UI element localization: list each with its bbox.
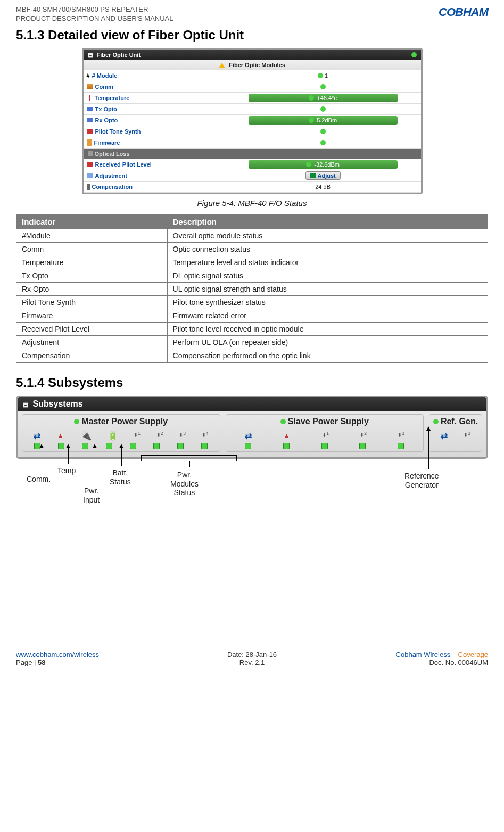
fo-row-compensation: Compensation 24 dB bbox=[84, 182, 421, 193]
pill-temperature: +46.4°c bbox=[249, 94, 398, 102]
fo-row-comm: Comm bbox=[84, 81, 421, 93]
collapse-toggle-icon[interactable]: – bbox=[23, 402, 28, 408]
cell-description: Overall optic module status bbox=[167, 229, 488, 242]
pill-rx: 5.2dBm bbox=[249, 116, 398, 125]
cell-description: UL optic signal strength and status bbox=[167, 282, 488, 295]
module-icon: ⬇2 bbox=[360, 431, 367, 441]
module-icon: ⬇2 bbox=[156, 431, 163, 441]
collapse-toggle-icon[interactable]: – bbox=[88, 53, 93, 58]
table-row: TemperatureTemperature level and status … bbox=[16, 256, 488, 269]
status-dot-icon bbox=[318, 73, 323, 78]
cell-indicator: Rx Opto bbox=[16, 282, 168, 295]
thermometer-icon: 🌡 bbox=[56, 431, 65, 441]
compensation-icon bbox=[87, 184, 90, 190]
annotation-comm: Comm. bbox=[27, 475, 51, 484]
cell-description: Perform UL OLA (on repeater side) bbox=[167, 335, 488, 349]
cell-description: Firmware related error bbox=[167, 309, 488, 322]
thermometer-icon bbox=[89, 95, 90, 101]
fo-row-rx-opto: Rx Opto 5.2dBm bbox=[84, 115, 421, 126]
cell-indicator: Received Pilot Level bbox=[16, 322, 168, 335]
header-left: MBF-40 SMR700/SMR800 PS REPEATER PRODUCT… bbox=[16, 5, 173, 23]
footer-url[interactable]: www.cobham.com/wireless bbox=[16, 650, 99, 658]
status-led-icon bbox=[398, 443, 404, 449]
cell-indicator: Pilot Tone Synth bbox=[16, 295, 168, 309]
status-led-icon bbox=[201, 443, 208, 449]
slave-power-supply-col: Slave Power Supply ⇄ 🌡 ⬇1 ⬇2 ⬇3 bbox=[226, 414, 424, 452]
cell-indicator: #Module bbox=[16, 229, 168, 242]
annotation-ref-gen: ReferenceGenerator bbox=[404, 472, 439, 490]
status-led-icon bbox=[321, 443, 328, 449]
table-row: #ModuleOverall optic module status bbox=[16, 229, 488, 242]
annotation-pwr-modules: Pwr.ModulesStatus bbox=[170, 471, 199, 497]
comm-icon: ⇄ bbox=[441, 431, 448, 441]
module-icon: ⬇3 bbox=[179, 431, 186, 441]
fo-modules-header-text: Fiber Optic Modules bbox=[229, 62, 285, 68]
cell-description: Temperature level and status indicator bbox=[167, 256, 488, 269]
footer-date: Date: 28-Jan-16 bbox=[174, 650, 330, 658]
footer-coverage: – Coverage bbox=[450, 650, 488, 658]
th-description: Description bbox=[167, 214, 488, 229]
cell-description: Pilot tone level received in optic modul… bbox=[167, 322, 488, 335]
comm-icon: ⇄ bbox=[34, 431, 40, 441]
section-514-title: 5.1.4 Subsystems bbox=[16, 375, 488, 390]
table-row: Pilot Tone SynthPilot tone synthesizer s… bbox=[16, 295, 488, 309]
table-row: CommOptic connection status bbox=[16, 242, 488, 256]
optical-loss-icon bbox=[88, 151, 93, 156]
status-dot-icon bbox=[433, 419, 439, 424]
cell-indicator: Comm bbox=[16, 242, 168, 256]
annotation-temp: Temp bbox=[57, 466, 76, 475]
table-row: AdjustmentPerform UL OLA (on repeater si… bbox=[16, 335, 488, 349]
cell-indicator: Adjustment bbox=[16, 335, 168, 349]
fo-row-firmware: Firmware bbox=[84, 137, 421, 149]
status-led-icon bbox=[359, 443, 366, 449]
header-line2: PRODUCT DESCRIPTION AND USER'S MANUAL bbox=[16, 14, 173, 23]
footer-doc: Doc. No. 00046UM bbox=[332, 658, 488, 666]
arrow-icon bbox=[95, 447, 95, 484]
fo-panel-title: Fiber Optic Unit bbox=[97, 52, 141, 58]
brace-icon bbox=[141, 455, 237, 460]
page-footer: www.cobham.com/wireless Page | 58 Date: … bbox=[16, 650, 488, 666]
brand-logo: COBHAM bbox=[439, 5, 488, 19]
adjust-square-icon bbox=[310, 173, 316, 178]
footer-company: Cobham Wireless bbox=[396, 650, 451, 658]
table-row: Tx OptoDL optic signal status bbox=[16, 269, 488, 282]
arrow-icon bbox=[42, 447, 42, 473]
ref-gen-col: Ref. Gen. ⇄ ⬇3 bbox=[429, 414, 482, 452]
firmware-icon bbox=[87, 139, 92, 146]
cell-indicator: Temperature bbox=[16, 256, 168, 269]
status-dot-icon bbox=[411, 52, 417, 57]
section-513-title: 5.1.3 Detailed view of Fiber Optic Unit bbox=[16, 28, 488, 43]
arrow-icon bbox=[428, 430, 429, 469]
status-dot-icon bbox=[280, 419, 286, 424]
fo-modules-header: Fiber Optic Modules bbox=[84, 60, 421, 70]
hash-icon bbox=[87, 72, 90, 79]
status-dot-icon bbox=[320, 84, 326, 89]
header-line1: MBF-40 SMR700/SMR800 PS REPEATER bbox=[16, 5, 173, 14]
cell-indicator: Compensation bbox=[16, 349, 168, 362]
figure-caption: Figure 5-4: MBF-40 F/O Status bbox=[16, 199, 488, 208]
annotation-pwr-input: Pwr.Input bbox=[83, 487, 100, 505]
fo-optical-loss-header: Optical Loss bbox=[84, 149, 421, 159]
page-header: MBF-40 SMR700/SMR800 PS REPEATER PRODUCT… bbox=[16, 5, 488, 23]
module-icon: ⬇1 bbox=[134, 431, 141, 441]
status-led-icon bbox=[58, 443, 64, 449]
cell-indicator: Tx Opto bbox=[16, 269, 168, 282]
fo-row-pilot-tone: Pilot Tone Synth bbox=[84, 126, 421, 137]
fo-row-adjustment: Adjustment Adjust bbox=[84, 170, 421, 182]
fo-row-tx-opto: Tx Opto bbox=[84, 104, 421, 115]
th-indicator: Indicator bbox=[16, 214, 168, 229]
table-row: CompensationCompensation performed on th… bbox=[16, 349, 488, 362]
status-dot-icon bbox=[74, 419, 79, 424]
status-dot-icon bbox=[306, 162, 311, 167]
power-input-icon: 🔌 bbox=[81, 431, 92, 441]
adjust-button[interactable]: Adjust bbox=[305, 171, 341, 180]
comm-icon: ⇄ bbox=[245, 431, 252, 441]
arrow-icon bbox=[121, 447, 122, 466]
arrow-icon bbox=[68, 447, 69, 464]
tx-icon bbox=[87, 107, 93, 111]
status-led-icon bbox=[177, 443, 184, 449]
annotation-batt: Batt.Status bbox=[110, 468, 131, 487]
cell-description: Compensation performed on the optic link bbox=[167, 349, 488, 362]
fiber-optic-screenshot: – Fiber Optic Unit Fiber Optic Modules #… bbox=[82, 48, 423, 194]
status-led-icon bbox=[283, 443, 290, 449]
